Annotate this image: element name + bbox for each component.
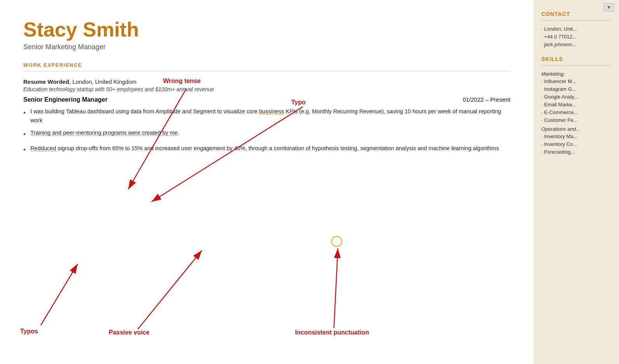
job-title-row: Senior Engineering Manager 01/2022 – Pre… bbox=[23, 96, 510, 103]
bullet-list: • I was building Tableau dashboard using… bbox=[23, 107, 510, 156]
typo-bussiness: bussiness bbox=[259, 108, 284, 114]
skill-ecommerce: E-Commerce... bbox=[541, 109, 611, 115]
bullet-item-3: • Redduced signup drop-offs from 65% to … bbox=[23, 144, 510, 156]
contact-item-3: jack.johnson... bbox=[541, 42, 611, 47]
bullet-item-2: • Training and peer-mentoring programs w… bbox=[23, 128, 510, 140]
company-location: , London, United Kingdom bbox=[69, 78, 136, 85]
contact-item-2: +44 0 77012... bbox=[541, 34, 611, 40]
annotation-typos-bottom: Typos bbox=[20, 328, 38, 335]
typo-redduced: Redduced bbox=[30, 145, 56, 151]
contact-divider bbox=[541, 20, 611, 21]
skills-category-operations: Operations and... bbox=[541, 126, 611, 132]
svg-line-4 bbox=[138, 250, 202, 329]
company-line: Resume Worded, London, United Kingdom bbox=[23, 78, 510, 85]
company-name: Resume Worded bbox=[23, 78, 69, 85]
orange-circle-me bbox=[331, 236, 342, 247]
contact-section-title: CONTACT bbox=[541, 11, 611, 17]
skill-forecasting: Forecasting... bbox=[541, 149, 611, 155]
bullet-item-1: • I was building Tableau dashboard using… bbox=[23, 107, 510, 125]
skills-divider bbox=[541, 65, 611, 66]
skill-google: Google Analy... bbox=[541, 94, 611, 100]
annotation-inconsistent-punctuation: Inconsistent punctuation bbox=[295, 329, 369, 336]
skill-customer: Customer Fe... bbox=[541, 117, 611, 123]
passive-voice-text: Training and peer-mentoring programs wer… bbox=[30, 130, 177, 136]
skill-inventory-ma: Inventory Ma... bbox=[541, 133, 611, 139]
svg-line-5 bbox=[334, 248, 338, 328]
svg-line-3 bbox=[41, 264, 78, 325]
resume-sidebar: ▼ CONTACT London, Unit... +44 0 77012...… bbox=[534, 0, 619, 364]
bullet-dot-3: • bbox=[23, 145, 26, 156]
skill-influencer: Influencer M... bbox=[541, 78, 611, 84]
bullet-text-3: Redduced signup drop-offs from 65% to 15… bbox=[30, 144, 499, 153]
job-dates: 01/2022 – Present bbox=[463, 96, 510, 103]
bullet-dot-1: • bbox=[23, 108, 26, 119]
annotations-overlay: Wrong tense Typo Typos Passive voice Inc… bbox=[0, 0, 534, 364]
bullet-text-2: Training and peer-mentoring programs wer… bbox=[30, 128, 179, 137]
candidate-name: Stacy Smith bbox=[23, 19, 510, 41]
section-divider bbox=[23, 71, 510, 71]
company-description: Education technology startup with 50+ em… bbox=[23, 86, 510, 92]
resume-main: Stacy Smith Senior Marketing Manager WOR… bbox=[0, 0, 534, 364]
job-title: Senior Engineering Manager bbox=[23, 96, 108, 103]
annotation-passive-voice: Passive voice bbox=[109, 329, 150, 336]
skills-section-title: SKILLS bbox=[541, 56, 611, 62]
arrows-svg bbox=[0, 0, 534, 364]
contact-item-1: London, Unit... bbox=[541, 26, 611, 32]
candidate-title: Senior Marketing Manager bbox=[23, 43, 510, 51]
skill-email: Email Marke... bbox=[541, 102, 611, 107]
skill-instagram: Instagram G... bbox=[541, 86, 611, 92]
work-experience-header: WORK EXPERIENCE bbox=[23, 62, 510, 68]
bullet-dot-2: • bbox=[23, 129, 26, 140]
dropdown-button[interactable]: ▼ bbox=[603, 3, 614, 12]
skill-inventory-co: Inventory Co... bbox=[541, 141, 611, 147]
skills-category-marketing: Marketing: bbox=[541, 71, 611, 77]
bullet-text-1: I was building Tableau dashboard using d… bbox=[30, 107, 510, 125]
